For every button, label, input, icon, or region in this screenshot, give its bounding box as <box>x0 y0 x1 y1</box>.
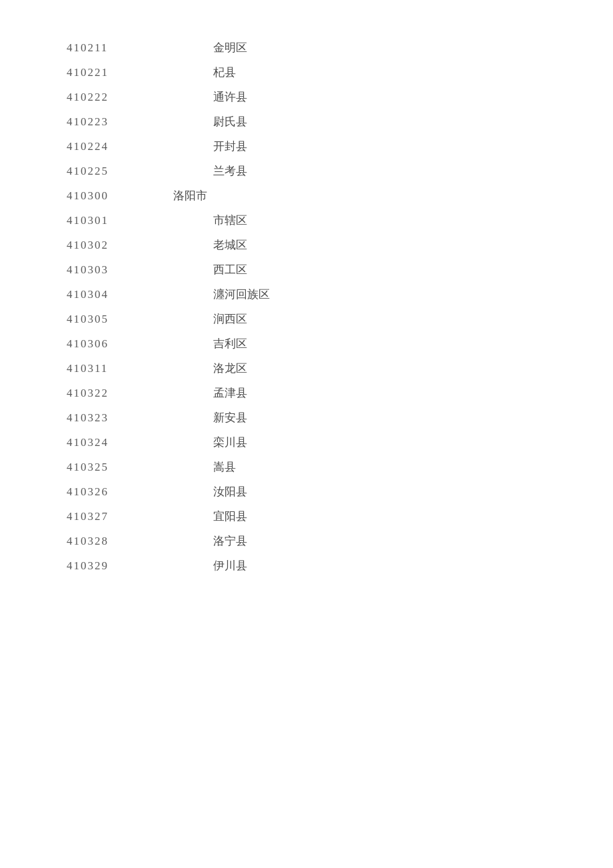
region-name: 市辖区 <box>173 213 247 228</box>
region-code: 410305 <box>67 313 173 326</box>
region-name: 栾川县 <box>173 435 247 450</box>
region-name: 吉利区 <box>173 336 247 351</box>
table-row: 410311洛龙区 <box>67 361 546 376</box>
table-row: 410302老城区 <box>67 237 546 253</box>
region-name: 兰考县 <box>173 163 247 179</box>
table-row: 410225兰考县 <box>67 163 546 179</box>
region-name: 孟津县 <box>173 385 247 401</box>
region-name: 嵩县 <box>173 459 236 475</box>
table-row: 410329伊川县 <box>67 558 546 573</box>
region-name: 汝阳县 <box>173 484 247 499</box>
table-row: 410328洛宁县 <box>67 533 546 549</box>
table-row: 410326汝阳县 <box>67 484 546 499</box>
region-code: 410221 <box>67 66 173 79</box>
region-code: 410225 <box>67 165 173 178</box>
table-row: 410223尉氏县 <box>67 114 546 129</box>
region-name: 伊川县 <box>173 558 247 573</box>
region-name: 通许县 <box>173 89 247 105</box>
region-code: 410223 <box>67 115 173 129</box>
region-name: 涧西区 <box>173 311 247 327</box>
region-code: 410327 <box>67 510 173 523</box>
region-name: 宜阳县 <box>173 509 247 524</box>
region-code: 410329 <box>67 559 173 573</box>
region-code: 410301 <box>67 214 173 227</box>
table-row: 410211金明区 <box>67 40 546 55</box>
table-row: 410305涧西区 <box>67 311 546 327</box>
region-name: 开封县 <box>173 139 247 154</box>
table-row: 410325嵩县 <box>67 459 546 475</box>
region-code: 410311 <box>67 362 173 375</box>
table-row: 410323新安县 <box>67 410 546 425</box>
table-row: 410306吉利区 <box>67 336 546 351</box>
table-row: 410224开封县 <box>67 139 546 154</box>
table-row: 410300洛阳市 <box>67 188 546 203</box>
table-row: 410327宜阳县 <box>67 509 546 524</box>
table-row: 410221杞县 <box>67 65 546 80</box>
table-row: 410303西工区 <box>67 262 546 277</box>
region-code: 410211 <box>67 41 173 55</box>
region-code: 410324 <box>67 436 173 449</box>
region-name: 老城区 <box>173 237 247 253</box>
region-code: 410328 <box>67 535 173 548</box>
region-code: 410323 <box>67 411 173 425</box>
region-name: 洛宁县 <box>173 533 247 549</box>
main-content: 410211金明区410221杞县410222通许县410223尉氏县41022… <box>0 0 613 623</box>
region-name: 尉氏县 <box>173 114 247 129</box>
region-code: 410304 <box>67 288 173 301</box>
table-row: 410304瀍河回族区 <box>67 287 546 302</box>
region-code: 410224 <box>67 140 173 153</box>
region-code: 410306 <box>67 337 173 351</box>
region-name: 金明区 <box>173 40 247 55</box>
region-code: 410222 <box>67 91 173 104</box>
region-code: 410322 <box>67 387 173 400</box>
region-code: 410300 <box>67 189 173 203</box>
region-code: 410326 <box>67 485 173 499</box>
region-name: 瀍河回族区 <box>173 287 270 302</box>
region-code: 410303 <box>67 263 173 277</box>
region-code: 410302 <box>67 239 173 252</box>
region-name: 洛龙区 <box>173 361 247 376</box>
region-name: 西工区 <box>173 262 247 277</box>
region-name: 杞县 <box>173 65 236 80</box>
table-row: 410222通许县 <box>67 89 546 105</box>
table-row: 410301市辖区 <box>67 213 546 228</box>
region-code: 410325 <box>67 461 173 474</box>
region-name: 洛阳市 <box>173 188 207 203</box>
table-row: 410324栾川县 <box>67 435 546 450</box>
table-row: 410322孟津县 <box>67 385 546 401</box>
region-name: 新安县 <box>173 410 247 425</box>
